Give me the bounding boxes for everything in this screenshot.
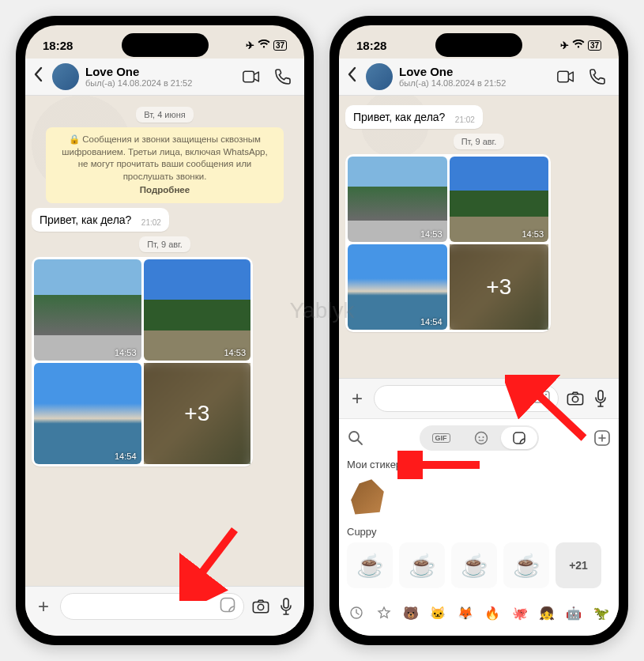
pack-icon[interactable]: 👧 xyxy=(537,602,556,623)
more-overlay: +3 xyxy=(144,363,251,464)
svg-line-17 xyxy=(358,440,362,444)
media-grid[interactable]: 14:53 14:53 14:54 +3 xyxy=(32,257,253,466)
avatar[interactable] xyxy=(52,63,79,90)
chat-header: Love One был(-а) 14.08.2024 в 21:52 xyxy=(339,59,619,96)
annotation-arrow xyxy=(397,451,484,479)
contact-name: Love One xyxy=(85,65,236,78)
voice-call-icon[interactable] xyxy=(589,68,606,85)
wifi-icon xyxy=(572,40,585,51)
contact-info[interactable]: Love One был(-а) 14.08.2024 в 21:52 xyxy=(399,65,551,89)
pack-icon[interactable]: 🦖 xyxy=(592,602,611,623)
status-time: 18:28 xyxy=(356,39,386,52)
airplane-icon: ✈︎ xyxy=(560,40,569,51)
last-seen: был(-а) 14.08.2024 в 21:52 xyxy=(85,78,236,89)
pack-icon[interactable]: 🐻 xyxy=(401,602,420,623)
pack-icon[interactable]: 🐱 xyxy=(428,602,447,623)
encryption-more-link[interactable]: Подробнее xyxy=(58,184,271,197)
svg-point-19 xyxy=(478,436,480,438)
video-call-icon[interactable] xyxy=(243,68,260,85)
message-text: Привет, как дела? xyxy=(40,213,131,226)
mic-icon[interactable] xyxy=(277,598,295,615)
sticker-cuppy[interactable]: ☕ xyxy=(399,542,445,588)
notch xyxy=(122,33,209,57)
encryption-text: Сообщения и звонки защищены сквозным шиф… xyxy=(62,134,267,181)
attach-button[interactable]: + xyxy=(348,387,366,410)
wifi-icon xyxy=(258,40,270,51)
contact-info[interactable]: Love One был(-а) 14.08.2024 в 21:52 xyxy=(85,65,236,89)
chat-body[interactable]: Привет, как дела? 21:02 Пт, 9 авг. 14:53… xyxy=(339,96,619,378)
encryption-notice[interactable]: 🔒 Сообщения и звонки защищены сквозным ш… xyxy=(46,127,284,203)
status-time: 18:28 xyxy=(43,39,73,52)
annotation-arrow xyxy=(179,522,243,601)
tab-gif[interactable]: GIF xyxy=(421,427,461,449)
svg-line-26 xyxy=(529,386,584,438)
media-item[interactable]: 14:53 xyxy=(144,259,251,361)
chat-header: Love One был(-а) 14.08.2024 в 21:52 xyxy=(25,59,304,96)
media-item[interactable]: 14:53 xyxy=(348,157,447,242)
phone-left: 18:28 ✈︎ 37 Love One был(-а) 14.08.2024 … xyxy=(16,16,314,645)
tab-avatar[interactable] xyxy=(463,427,499,449)
media-item[interactable]: 14:53 xyxy=(34,259,141,361)
svg-rect-6 xyxy=(558,71,569,82)
media-item[interactable]: 14:54 xyxy=(34,363,141,464)
date-separator: Вт, 4 июня xyxy=(136,107,194,123)
svg-rect-0 xyxy=(243,71,254,82)
favorites-icon[interactable] xyxy=(374,602,393,623)
chat-body[interactable]: Вт, 4 июня 🔒 Сообщения и звонки защищены… xyxy=(25,96,304,586)
attach-button[interactable]: + xyxy=(35,595,52,618)
media-item-more[interactable]: +3 xyxy=(450,244,549,330)
lock-icon: 🔒 xyxy=(69,134,80,144)
message-text: Привет, как дела? xyxy=(353,111,445,123)
video-call-icon[interactable] xyxy=(557,68,574,85)
camera-icon[interactable] xyxy=(252,598,269,615)
header-actions xyxy=(243,68,296,85)
date-separator: Пт, 9 авг. xyxy=(454,134,505,149)
svg-point-18 xyxy=(475,432,487,444)
sticker-cuppy[interactable]: ☕ xyxy=(503,542,549,588)
sticker-packs-row: 🐻 🐱 🦊 🔥 🐙 👧 🤖 🦖 xyxy=(347,596,611,623)
pack-icon[interactable]: 🔥 xyxy=(483,602,502,623)
svg-point-20 xyxy=(482,436,484,438)
media-grid[interactable]: 14:53 14:53 14:54 +3 xyxy=(345,154,551,332)
voice-call-icon[interactable] xyxy=(274,68,292,85)
contact-name: Love One xyxy=(399,65,551,78)
airplane-icon: ✈︎ xyxy=(246,40,254,51)
screen-left: 18:28 ✈︎ 37 Love One был(-а) 14.08.2024 … xyxy=(25,25,304,636)
avatar[interactable] xyxy=(366,63,393,90)
sticker-cuppy[interactable]: ☕ xyxy=(347,542,393,588)
sticker-cuppy[interactable]: ☕ xyxy=(451,542,497,588)
sticker-cuppy-more[interactable]: +21 xyxy=(555,542,601,588)
media-item[interactable]: 14:53 xyxy=(450,157,549,242)
message-time: 21:02 xyxy=(455,115,475,124)
header-actions xyxy=(557,68,611,85)
screen-right: 18:28 ✈︎ 37 Love One был(-а) 14.08.2024 … xyxy=(339,25,619,636)
pack-icon[interactable]: 🐙 xyxy=(510,602,529,623)
input-bar: + xyxy=(25,586,304,636)
media-item[interactable]: 14:54 xyxy=(348,244,447,330)
media-item-more[interactable]: +3 xyxy=(144,363,251,464)
battery-icon: 37 xyxy=(273,40,287,51)
last-seen: был(-а) 14.08.2024 в 21:52 xyxy=(399,78,551,89)
recent-icon[interactable] xyxy=(347,602,366,623)
back-button[interactable] xyxy=(347,66,360,87)
message-bubble[interactable]: Привет, как дела? 21:02 xyxy=(32,208,169,232)
svg-point-16 xyxy=(349,432,359,441)
svg-rect-4 xyxy=(284,599,288,608)
phone-right: 18:28 ✈︎ 37 Love One был(-а) 14.08.2024 … xyxy=(330,16,628,645)
pack-icon[interactable]: 🦊 xyxy=(456,602,475,623)
annotation-arrow xyxy=(505,375,600,446)
notch xyxy=(435,33,522,57)
battery-icon: 37 xyxy=(588,40,601,51)
message-time: 21:02 xyxy=(141,218,161,227)
cuppy-row: ☕ ☕ ☕ ☕ +21 xyxy=(347,542,611,588)
more-overlay: +3 xyxy=(450,244,549,330)
back-button[interactable] xyxy=(33,66,46,87)
status-icons: ✈︎ 37 xyxy=(560,40,601,51)
status-icons: ✈︎ 37 xyxy=(246,40,287,51)
message-bubble[interactable]: Привет, как дела? 21:02 xyxy=(345,105,483,129)
svg-line-5 xyxy=(194,530,235,584)
search-icon[interactable] xyxy=(347,429,364,447)
pack-icon[interactable]: 🤖 xyxy=(564,602,583,623)
cuppy-title: Cuppy xyxy=(347,526,611,538)
my-sticker-item[interactable] xyxy=(347,475,388,516)
